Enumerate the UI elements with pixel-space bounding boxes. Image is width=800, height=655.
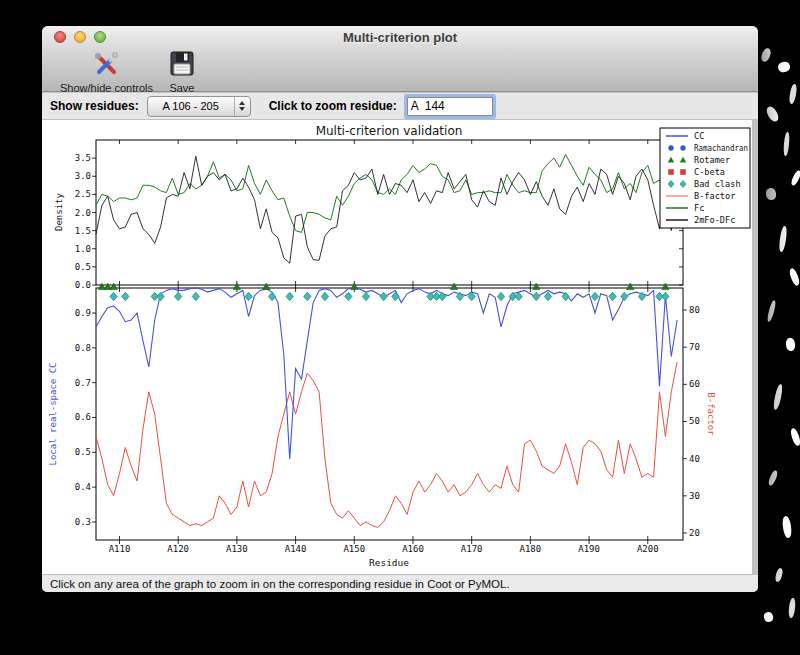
legend-label: B-factor [694, 191, 735, 201]
show-residues-label: Show residues: [50, 99, 139, 113]
axis-tick-label: A130 [226, 544, 248, 554]
legend-label: 2mFo-DFc [694, 215, 735, 225]
noise-artifact [783, 132, 790, 156]
axis-tick-label: 0.9 [75, 308, 91, 318]
legend-label: CC [694, 131, 704, 141]
axis-tick-label: A160 [402, 544, 424, 554]
noise-artifact [788, 267, 800, 286]
noise-artifact [789, 427, 800, 446]
legend-swatch-C-beta [680, 169, 686, 175]
axis-tick-label: 2.5 [75, 189, 91, 199]
app-window: Multi-criterion plot Show/hide controls [42, 26, 758, 592]
noise-artifact [767, 469, 779, 486]
show-hide-controls-button[interactable]: Show/hide controls [52, 48, 161, 94]
zoom-residue-input[interactable] [407, 97, 493, 116]
axis-tick-label: 1.0 [75, 244, 91, 254]
dropdown-stepper-icon [234, 97, 250, 116]
noise-artifact [760, 47, 772, 63]
axis-tick-label: 3.0 [75, 171, 91, 181]
x-axis-label: Residue [369, 557, 409, 568]
noise-artifact [762, 611, 774, 624]
show-residues-dropdown[interactable]: A 106 - 205 [147, 96, 251, 117]
bfactor-axis-label: B-factor [706, 392, 716, 436]
axis-tick-label: 0.6 [75, 412, 91, 422]
toolbar: Show/hide controls Save [42, 48, 758, 92]
noise-artifact [778, 226, 788, 253]
axis-tick-label: 70 [689, 342, 700, 352]
status-bar: Click on any area of the graph to zoom i… [42, 574, 758, 592]
axis-tick-label: 30 [689, 491, 700, 501]
cc-bfactor-plot-area[interactable] [96, 288, 683, 540]
save-icon [169, 50, 195, 81]
noise-artifact [788, 598, 796, 619]
window-title: Multi-criterion plot [42, 30, 758, 45]
axis-tick-label: A120 [167, 544, 189, 554]
legend-swatch-C-beta [668, 169, 674, 175]
density-plot-area[interactable] [96, 140, 683, 285]
save-button[interactable]: Save [161, 48, 203, 94]
legend-swatch-Ramachandran [680, 145, 685, 150]
density-axis-label: Density [54, 192, 64, 231]
noise-artifact [765, 187, 777, 201]
legend-label: Rotamer [694, 155, 730, 165]
axis-tick-label: 3.5 [75, 153, 91, 163]
show-residues-value: A 106 - 205 [148, 100, 234, 112]
axis-tick-label: 2.0 [75, 208, 91, 218]
legend-label: Fc [694, 203, 704, 213]
noise-artifact [765, 105, 781, 123]
axis-tick-label: 0.3 [75, 517, 91, 527]
noise-artifact [777, 61, 791, 74]
axis-tick-label: A170 [461, 544, 483, 554]
noise-artifact [788, 84, 797, 105]
figure-area: Multi-criterion validationA110A120A130A1… [42, 120, 752, 574]
noise-artifact [790, 169, 800, 186]
noise-artifact [774, 567, 783, 582]
axis-tick-label: 1.5 [75, 226, 91, 236]
show-hide-controls-icon [91, 50, 121, 81]
axis-tick-label: 80 [689, 305, 700, 315]
plot-title: Multi-criterion validation [316, 124, 463, 138]
axis-tick-label: A140 [285, 544, 307, 554]
status-text: Click on any area of the graph to zoom i… [50, 578, 510, 590]
axis-tick-label: A180 [520, 544, 542, 554]
cc-axis-label: Local real-space CC [48, 363, 58, 466]
axis-tick-label: A190 [578, 544, 600, 554]
multi-criterion-plot[interactable]: Multi-criterion validationA110A120A130A1… [42, 120, 752, 574]
legend-label: Ramachandran [694, 143, 748, 153]
noise-artifact [782, 516, 793, 539]
legend-label: C-beta [694, 167, 725, 177]
axis-tick-label: 50 [689, 416, 700, 426]
zoom-residue-label: Click to zoom residue: [269, 99, 397, 113]
axis-tick-label: 60 [689, 379, 700, 389]
axis-tick-label: 20 [689, 528, 700, 538]
controls-row: Show residues: A 106 - 205 Click to zoom… [42, 93, 758, 120]
axis-tick-label: 0.5 [75, 447, 91, 457]
axis-tick-label: A200 [637, 544, 659, 554]
axis-tick-label: A110 [109, 544, 131, 554]
noise-artifact [772, 384, 783, 411]
axis-tick-label: 0.7 [75, 378, 91, 388]
axis-tick-label: 40 [689, 454, 700, 464]
axis-tick-label: 0.4 [75, 482, 91, 492]
axis-tick-label: 0.8 [75, 343, 91, 353]
noise-artifact [785, 338, 795, 352]
titlebar: Multi-criterion plot [42, 26, 758, 48]
legend-swatch-Ramachandran [668, 145, 673, 150]
axis-tick-label: 0.0 [75, 280, 91, 290]
axis-tick-label: 0.5 [75, 262, 91, 272]
legend-label: Bad clash [694, 179, 741, 189]
noise-artifact [766, 300, 777, 323]
axis-tick-label: A150 [343, 544, 365, 554]
